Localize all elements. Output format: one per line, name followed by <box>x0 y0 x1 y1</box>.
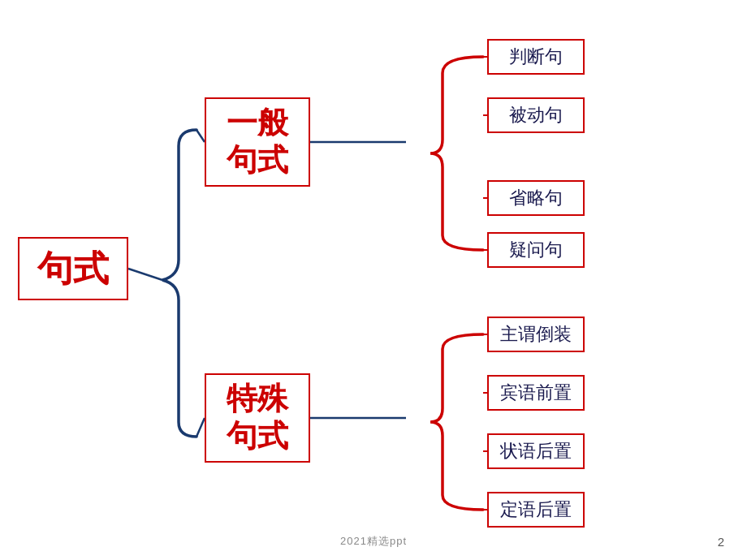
main-node: 句式 <box>18 237 128 300</box>
slide: 句式 一般句式 特殊句式 判断句 被动句 省略句 疑问句 主谓倒装 宾语前置 状… <box>0 0 747 560</box>
node-general: 一般句式 <box>205 97 310 187</box>
node-判断句: 判断句 <box>487 39 585 75</box>
svg-line-1 <box>196 130 205 142</box>
node-疑问句: 疑问句 <box>487 232 585 268</box>
node-special: 特殊句式 <box>205 373 310 463</box>
svg-line-5 <box>430 57 487 153</box>
node-省略句: 省略句 <box>487 180 585 216</box>
node-宾语前置: 宾语前置 <box>487 375 585 411</box>
node-状语后置: 状语后置 <box>487 433 585 469</box>
footer-text: 2021精选ppt <box>340 534 407 549</box>
page-number: 2 <box>718 535 724 549</box>
svg-line-2 <box>196 418 205 437</box>
node-被动句: 被动句 <box>487 97 585 133</box>
node-定语后置: 定语后置 <box>487 492 585 528</box>
svg-line-0 <box>128 269 162 280</box>
node-主谓倒装: 主谓倒装 <box>487 317 585 352</box>
